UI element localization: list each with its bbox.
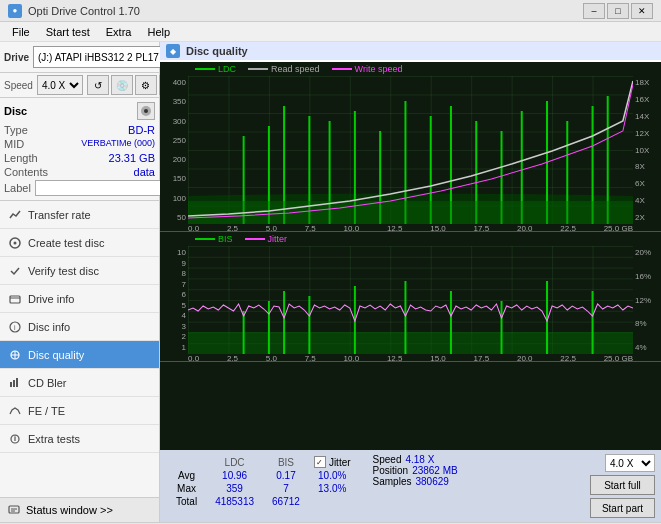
verify-test-disc-icon <box>8 264 22 278</box>
position-stat-label: Position <box>373 465 409 476</box>
start-buttons: Start full Start part <box>590 475 655 518</box>
type-label: Type <box>4 124 28 136</box>
refresh-button[interactable]: ↺ <box>87 75 109 95</box>
create-test-disc-icon <box>8 236 22 250</box>
nav-fe-te[interactable]: FE / TE <box>0 397 159 425</box>
mid-label: MID <box>4 138 24 150</box>
minimize-button[interactable]: – <box>583 3 605 19</box>
dq-header: ◆ Disc quality <box>160 42 661 60</box>
speed-stat-val: 4.18 X <box>405 454 434 465</box>
disc-contents-row: Contents data <box>4 166 155 178</box>
nav-verify-test-disc[interactable]: Verify test disc <box>0 257 159 285</box>
contents-value: data <box>134 166 155 178</box>
status-window-label: Status window >> <box>26 504 113 516</box>
label-input[interactable] <box>35 180 164 196</box>
nav-transfer-rate-label: Transfer rate <box>28 209 91 221</box>
nav-transfer-rate[interactable]: Transfer rate <box>0 201 159 229</box>
disc-info-rows: Type BD-R MID VERBATIMe (000) Length 23.… <box>4 124 155 196</box>
cd-bler-icon <box>8 376 22 390</box>
upper-legend: LDC Read speed Write speed <box>160 62 661 76</box>
content-area: ◆ Disc quality LDC Read speed <box>160 42 661 522</box>
svg-rect-4 <box>10 296 20 303</box>
speed-position-section: Speed 4.18 X Position 23862 MB Samples 3… <box>373 454 458 487</box>
drive-info-icon <box>8 292 22 306</box>
stats-max-row: Max 359 7 13.0% <box>168 483 355 494</box>
dq-icon: ◆ <box>166 44 180 58</box>
jitter-avg: 10.0% <box>310 470 355 481</box>
samples-stat-val: 380629 <box>415 476 448 487</box>
label-label: Label <box>4 182 31 194</box>
nav-extra-tests-label: Extra tests <box>28 433 80 445</box>
disc-info-btn[interactable] <box>137 102 155 120</box>
nav-drive-info-label: Drive info <box>28 293 74 305</box>
jitter-legend-color <box>245 238 265 240</box>
menu-help[interactable]: Help <box>139 22 178 42</box>
nav-cd-bler-label: CD Bler <box>28 377 67 389</box>
nav-drive-info[interactable]: Drive info <box>0 285 159 313</box>
position-row-stats: Position 23862 MB <box>373 465 458 476</box>
legend-write-speed: Write speed <box>332 64 403 74</box>
stats-avg-row: Avg 10.96 0.17 10.0% <box>168 470 355 481</box>
contents-label: Contents <box>4 166 48 178</box>
start-full-button[interactable]: Start full <box>590 475 655 495</box>
ldc-avg: 10.96 <box>207 470 262 481</box>
nav-disc-info[interactable]: i Disc info <box>0 313 159 341</box>
ldc-legend-label: LDC <box>218 64 236 74</box>
upper-chart-content: 400 350 300 250 200 150 100 50 <box>160 76 661 224</box>
drive-section: Drive (J:) ATAPI iHBS312 2 PL17 ⏏ Speed <box>0 42 159 73</box>
start-part-button[interactable]: Start part <box>590 498 655 518</box>
disc-mid-row: MID VERBATIMe (000) <box>4 138 155 150</box>
write-speed-legend-color <box>332 68 352 70</box>
nav-disc-quality[interactable]: Disc quality <box>0 341 159 369</box>
nav-extra-tests[interactable]: Extra tests <box>0 425 159 453</box>
ldc-total: 4185313 <box>207 496 262 507</box>
upper-y-left: 400 350 300 250 200 150 100 50 <box>160 76 188 224</box>
speed-select-stats[interactable]: 4.0 X <box>605 454 655 472</box>
speed-stat-label: Speed <box>373 454 402 465</box>
write-speed-legend-label: Write speed <box>355 64 403 74</box>
svg-point-16 <box>14 435 15 436</box>
lower-chart-svg <box>188 246 633 354</box>
nav-fe-te-label: FE / TE <box>28 405 65 417</box>
main-layout: Drive (J:) ATAPI iHBS312 2 PL17 ⏏ Speed … <box>0 42 661 522</box>
speed-controls: 4.0 X Start full Start part <box>590 454 655 518</box>
stats-table: LDC BIS ✓ Jitter Avg 10.96 0.17 10.0% Ma… <box>166 454 357 509</box>
length-label: Length <box>4 152 38 164</box>
svg-point-1 <box>144 109 148 113</box>
nav-create-test-disc[interactable]: Create test disc <box>0 229 159 257</box>
length-value: 23.31 GB <box>109 152 155 164</box>
close-button[interactable]: ✕ <box>631 3 653 19</box>
menu-file[interactable]: File <box>4 22 38 42</box>
legend-ldc: LDC <box>195 64 236 74</box>
drive-label: Drive <box>4 52 29 63</box>
speed-select-drive[interactable]: 4.0 X <box>37 75 83 95</box>
window-controls: – □ ✕ <box>583 3 653 19</box>
jitter-checkbox[interactable]: ✓ <box>314 456 326 468</box>
ldc-max: 359 <box>207 483 262 494</box>
mid-value: VERBATIMe (000) <box>81 138 155 150</box>
lower-chart: BIS Jitter 10 9 8 7 6 5 <box>160 232 661 362</box>
nav-verify-test-disc-label: Verify test disc <box>28 265 99 277</box>
legend-read-speed: Read speed <box>248 64 320 74</box>
nav-cd-bler[interactable]: CD Bler <box>0 369 159 397</box>
nav-items: Transfer rate Create test disc Verify te… <box>0 201 159 497</box>
settings-button[interactable]: ⚙ <box>135 75 157 95</box>
sidebar: Drive (J:) ATAPI iHBS312 2 PL17 ⏏ Speed … <box>0 42 160 522</box>
disc-header: Disc <box>4 102 155 120</box>
jitter-legend-label: Jitter <box>268 234 288 244</box>
disc-type-row: Type BD-R <box>4 124 155 136</box>
maximize-button[interactable]: □ <box>607 3 629 19</box>
lower-y-right: 20% 16% 12% 8% 4% <box>633 246 661 354</box>
drive-select[interactable]: (J:) ATAPI iHBS312 2 PL17 <box>33 46 177 68</box>
speed-row-stats: Speed 4.18 X <box>373 454 458 465</box>
transfer-rate-icon <box>8 208 22 222</box>
samples-row-stats: Samples 380629 <box>373 476 458 487</box>
disc-button[interactable]: 💿 <box>111 75 133 95</box>
read-speed-legend-label: Read speed <box>271 64 320 74</box>
status-window-btn[interactable]: Status window >> <box>0 498 159 522</box>
menu-extra[interactable]: Extra <box>98 22 140 42</box>
svg-rect-11 <box>10 382 12 387</box>
menu-start-test[interactable]: Start test <box>38 22 98 42</box>
col-bis: BIS <box>264 456 308 468</box>
total-label: Total <box>168 496 205 507</box>
